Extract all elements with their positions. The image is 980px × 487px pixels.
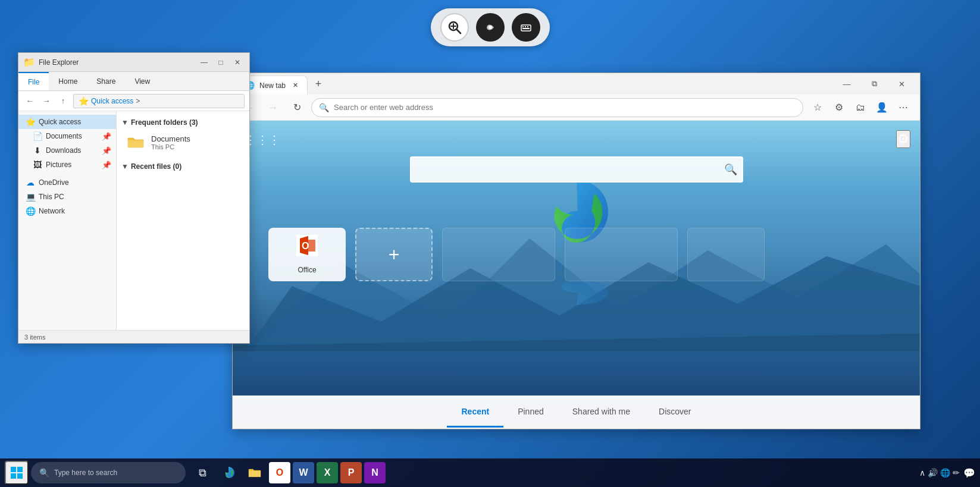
tab-share[interactable]: Share <box>87 72 125 90</box>
apps-grid-button[interactable]: ⋮⋮⋮ <box>245 133 280 147</box>
new-tab-page: ⚙ ⋮⋮⋮ <box>233 121 920 429</box>
folder-location: This PC <box>151 143 190 150</box>
browser-restore-button[interactable]: ⧉ <box>860 74 888 93</box>
browser-refresh-button[interactable]: ↻ <box>287 98 306 117</box>
svg-rect-17 <box>308 240 315 252</box>
svg-rect-19 <box>11 467 16 472</box>
browser-minimize-button[interactable]: — <box>833 74 860 93</box>
task-view-button[interactable]: ⧉ <box>190 461 214 485</box>
sidebar-label: Documents <box>46 132 82 140</box>
action-center-icon[interactable]: 💬 <box>963 467 975 479</box>
powerpoint-taskbar-icon[interactable]: P <box>340 462 362 483</box>
keyboard-button[interactable] <box>512 13 540 42</box>
file-explorer-window: 📁 File Explorer — □ ✕ File Home Share Vi… <box>18 52 250 344</box>
window-controls: — □ ✕ <box>197 56 245 68</box>
sidebar-label: OneDrive <box>39 178 69 187</box>
taskbar-search-icon: 🔍 <box>39 468 49 477</box>
excel-taskbar-icon[interactable]: X <box>317 462 338 483</box>
sidebar-item-onedrive[interactable]: ☁ OneDrive <box>18 175 116 190</box>
content-area: ▼ Frequent folders (3) Documents This PC… <box>117 111 249 330</box>
sidebar-item-documents[interactable]: 📄 Documents 📌 <box>18 129 116 143</box>
tab-discover[interactable]: Discover <box>644 397 705 428</box>
this-pc-icon: 💻 <box>26 192 35 202</box>
pictures-icon: 🖼 <box>33 160 42 169</box>
remote-desktop-button[interactable] <box>476 13 505 42</box>
collections-button[interactable]: 🗂 <box>851 98 870 117</box>
taskbar: 🔍 Type here to search ⧉ <box>0 458 980 487</box>
svg-rect-12 <box>522 28 530 29</box>
browser-toolbar: ☆ ⚙ 🗂 👤 ⋯ <box>808 98 913 117</box>
file-explorer-titlebar: 📁 File Explorer — □ ✕ <box>18 53 249 72</box>
tab-recent[interactable]: Recent <box>447 397 503 428</box>
svg-line-1 <box>456 30 461 34</box>
newtab-search-input[interactable] <box>410 156 743 183</box>
office-taskbar-icon[interactable]: O <box>269 462 290 483</box>
folder-info: Documents This PC <box>151 134 190 150</box>
edge-taskbar-icon[interactable] <box>217 461 240 485</box>
sidebar-label: This PC <box>39 193 64 201</box>
newtab-search-button[interactable]: 🔍 <box>724 163 737 176</box>
sidebar-item-pictures[interactable]: 🖼 Pictures 📌 <box>18 158 116 172</box>
favorites-button[interactable]: ☆ <box>808 98 827 117</box>
start-button[interactable] <box>5 461 29 485</box>
sidebar-label: Pictures <box>46 161 71 169</box>
sidebar-item-network[interactable]: 🌐 Network <box>18 204 116 218</box>
profile-button[interactable]: 👤 <box>872 98 891 117</box>
zoom-button[interactable] <box>440 13 469 42</box>
sidebar-label: Network <box>39 207 65 215</box>
item-count: 3 items <box>24 334 45 341</box>
taskbar-apps: ⧉ <box>190 461 386 485</box>
network-icon-tray[interactable]: 🌐 <box>940 468 950 477</box>
edge-browser-window: 🌐 New tab ✕ + — ⧉ ✕ ← → ↻ 🔍 ☆ ⚙ 🗂 👤 ⋯ <box>232 73 920 429</box>
maximize-button[interactable]: □ <box>214 56 228 68</box>
volume-icon[interactable]: 🔊 <box>928 468 938 477</box>
search-icon: 🔍 <box>319 103 329 112</box>
edge-titlebar: 🌐 New tab ✕ + — ⧉ ✕ <box>233 73 920 95</box>
settings-icon-button[interactable]: ⚙ <box>829 98 849 117</box>
frequent-folders-header[interactable]: ▼ Frequent folders (3) <box>121 116 245 129</box>
file-explorer-taskbar-icon[interactable] <box>243 461 267 485</box>
svg-point-5 <box>489 26 492 29</box>
office-quick-link[interactable]: O Office <box>268 228 346 281</box>
office-icon: O <box>296 235 318 261</box>
tab-view[interactable]: View <box>125 72 159 90</box>
word-taskbar-icon[interactable]: W <box>293 462 314 483</box>
pen-icon[interactable]: ✏ <box>953 468 960 477</box>
svg-rect-21 <box>11 473 16 479</box>
sidebar-item-quick-access[interactable]: ⭐ Quick access <box>18 115 116 129</box>
newtab-settings-button[interactable]: ⚙ <box>896 130 910 148</box>
close-button[interactable]: ✕ <box>230 56 245 68</box>
more-button[interactable]: ⋯ <box>894 98 913 117</box>
onenote-taskbar-icon[interactable]: N <box>364 462 386 483</box>
up-button[interactable]: ↑ <box>57 95 70 108</box>
browser-forward-button[interactable]: → <box>264 98 283 117</box>
statusbar: 3 items <box>18 330 249 343</box>
address-bar[interactable]: 🔍 <box>311 98 803 117</box>
placeholder-3 <box>687 228 765 281</box>
tab-file[interactable]: File <box>18 72 49 90</box>
tab-close-button[interactable]: ✕ <box>290 81 300 90</box>
sidebar-item-this-pc[interactable]: 💻 This PC <box>18 190 116 204</box>
new-tab-button[interactable]: + <box>310 76 327 92</box>
tab-pinned[interactable]: Pinned <box>503 397 558 428</box>
recent-files-header[interactable]: ▼ Recent files (0) <box>121 160 245 173</box>
back-button[interactable]: ← <box>23 95 36 108</box>
floating-toolbar <box>431 8 550 46</box>
breadcrumb[interactable]: ⭐ Quick access > <box>73 94 245 108</box>
svg-rect-10 <box>527 26 528 27</box>
tab-home[interactable]: Home <box>49 72 87 90</box>
window-title: File Explorer <box>39 58 79 67</box>
chevron-up-icon[interactable]: ∧ <box>919 468 925 477</box>
folder-icon <box>126 133 145 152</box>
address-input[interactable] <box>334 103 796 112</box>
forward-button[interactable]: → <box>40 95 53 108</box>
folder-item-documents[interactable]: Documents This PC <box>121 129 245 155</box>
browser-close-button[interactable]: ✕ <box>888 74 915 93</box>
add-quick-link[interactable]: + <box>355 228 433 281</box>
breadcrumb-text: Quick access <box>91 97 133 105</box>
tab-shared-with-me[interactable]: Shared with me <box>558 397 644 428</box>
minimize-button[interactable]: — <box>197 56 211 68</box>
taskbar-search[interactable]: 🔍 Type here to search <box>31 462 186 483</box>
downloads-icon: ⬇ <box>33 146 42 155</box>
sidebar-item-downloads[interactable]: ⬇ Downloads 📌 <box>18 143 116 158</box>
